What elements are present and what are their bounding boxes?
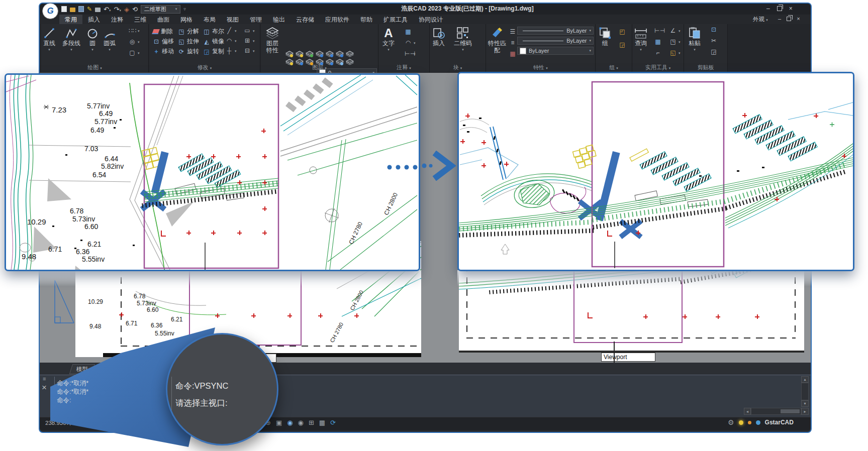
tab-help[interactable]: 帮助 <box>355 15 378 24</box>
tab-insert[interactable]: 插入 <box>82 15 106 24</box>
key-icon[interactable] <box>748 421 751 424</box>
redo-icon[interactable]: ↷▾ <box>114 6 121 13</box>
save-icon[interactable] <box>78 6 84 12</box>
group-button[interactable]: 组 <box>599 26 612 47</box>
tab-surface[interactable]: 曲面 <box>152 15 175 24</box>
modify-more-6[interactable]: ⊟▾ <box>244 47 255 54</box>
brand-label[interactable]: GstarCAD <box>765 419 794 426</box>
lineweight-list-icon[interactable]: ☰ <box>509 28 516 35</box>
tab-home[interactable]: 常用 <box>59 15 82 24</box>
print-icon[interactable] <box>95 8 101 12</box>
leader-button[interactable]: ◠▾ <box>405 39 416 46</box>
layer-state-icon[interactable] <box>345 50 354 58</box>
copy-clip-icon[interactable]: ⊡ <box>710 26 717 33</box>
minimize-button[interactable]: – <box>766 5 770 12</box>
annotation-visibility-icon[interactable]: ◉ <box>298 419 304 426</box>
color-grid-icon[interactable]: ▦ <box>509 50 516 57</box>
tab-cloud[interactable]: 云存储 <box>291 15 320 24</box>
inquiry-button[interactable]: 查询▾ <box>634 26 647 52</box>
scroll-down-button[interactable]: ▾ <box>801 400 809 407</box>
panel-label-annotate[interactable]: 注释 ▾ <box>378 64 429 71</box>
layer-properties-button[interactable]: 图层特性 <box>264 26 281 54</box>
lineweight-dropdown[interactable]: ByLayer▾ <box>517 27 594 35</box>
erase-button[interactable]: 删除 <box>153 27 173 36</box>
layer-state-icon[interactable] <box>325 50 334 58</box>
tab-annotate[interactable]: 注释 <box>106 15 129 24</box>
qrcode-button[interactable]: 二维码▾ <box>454 26 472 52</box>
panel-label-layer[interactable]: 图层 ▾ <box>261 64 378 71</box>
tab-3d[interactable]: 三维 <box>129 15 152 24</box>
color-dropdown[interactable]: ByLayer▾ <box>517 47 594 55</box>
tab-apps[interactable]: 应用软件 <box>320 15 355 24</box>
tab-view[interactable]: 视图 <box>221 15 244 24</box>
insert-block-button[interactable]: 插入 <box>432 26 445 47</box>
arc-button[interactable]: 圆弧▾ <box>104 26 116 52</box>
select-icon[interactable]: ◱▾ <box>669 49 681 56</box>
table-icon[interactable]: ▦ <box>319 419 325 426</box>
layer-state-icon[interactable] <box>295 50 304 58</box>
scroll-right-button[interactable]: ▸ <box>801 408 809 415</box>
tab-collab[interactable]: 协同设计 <box>413 15 448 24</box>
gstarcad-logo-icon[interactable]: G <box>42 3 58 19</box>
area-icon[interactable]: ⌐ <box>654 49 661 56</box>
angle-icon[interactable]: ∠▾ <box>669 27 681 34</box>
bulb-icon[interactable] <box>739 420 743 425</box>
layers-cube-icon[interactable]: ◈ <box>124 6 129 13</box>
appearance-menu[interactable]: 外观 ▾ <box>753 16 768 23</box>
grid-display-icon[interactable]: ⊞ <box>309 419 314 426</box>
rotate-button[interactable]: ⟳旋转 <box>178 47 199 56</box>
linetype-list-icon[interactable]: ≡ <box>509 39 516 46</box>
tab-express[interactable]: 扩展工具 <box>378 15 413 24</box>
doc-minimize-button[interactable]: – <box>778 16 781 22</box>
line-button[interactable]: 直线▾ <box>43 26 55 52</box>
draw-more-points[interactable]: ∷∷▾ <box>129 27 140 34</box>
panel-label-properties[interactable]: 特性 ▾ <box>486 64 595 71</box>
restore-button[interactable] <box>777 6 782 11</box>
scroll-up-button[interactable]: ▴ <box>801 376 809 383</box>
ungroup-icon[interactable]: ◲ <box>619 41 626 48</box>
undo-icon[interactable]: ↶▾ <box>104 6 111 13</box>
modify-more-2[interactable]: ◠▾ <box>226 37 237 44</box>
boolean-button[interactable]: ◫布尔 <box>203 27 224 36</box>
copy-button[interactable]: ◲复制 <box>203 47 224 56</box>
scroll-left-button[interactable]: ◂ <box>744 408 751 415</box>
command-prompt[interactable]: 命令: <box>57 396 71 405</box>
refresh-status-icon[interactable]: ⟳ <box>330 419 336 426</box>
stretch-button[interactable]: ◱拉伸 <box>178 37 199 46</box>
command-grip-icon[interactable]: ≡ <box>43 376 46 382</box>
paste-button[interactable]: 粘贴▾ <box>688 26 701 52</box>
modify-more-1[interactable]: ╱▾ <box>226 27 237 34</box>
circle-button[interactable]: 圆▾ <box>86 26 99 52</box>
mirror-button[interactable]: ◭镜像 <box>203 37 224 46</box>
command-close-icon[interactable]: × <box>42 383 47 393</box>
offset-button[interactable]: ⊡偏移 <box>153 37 174 46</box>
scrollbar-thumb[interactable] <box>781 409 800 413</box>
cut-icon[interactable]: ✂ <box>710 37 717 44</box>
vertical-scrollbar-track[interactable] <box>801 383 809 400</box>
draw-more-rect[interactable]: ▢▾ <box>129 49 140 56</box>
polyline-button[interactable]: 多段线▾ <box>62 26 80 52</box>
panel-label-group[interactable]: 组 ▾ <box>596 64 632 71</box>
dimension-button[interactable]: ⊢⊣▾ <box>405 50 416 57</box>
explode-button[interactable]: ◳分解 <box>178 27 199 36</box>
workspace-select[interactable]: 二维草图▾ <box>141 5 181 14</box>
panel-label-modify[interactable]: 修改 ▾ <box>149 64 260 71</box>
modify-more-4[interactable]: ▭▾ <box>244 27 255 34</box>
layer-state-icon[interactable] <box>335 50 344 58</box>
copy-base-icon[interactable]: ◲ <box>710 48 717 55</box>
doc-restore-button[interactable] <box>787 17 791 21</box>
panel-label-utilities[interactable]: 实用工具 ▾ <box>632 64 684 71</box>
workspace-pin-icon[interactable]: ▿ <box>183 7 186 12</box>
refresh-icon[interactable]: ⟲ <box>132 6 138 13</box>
modify-more-5[interactable]: ⊞▾ <box>244 37 255 44</box>
annotation-scale-icon[interactable]: ◉ <box>287 419 293 426</box>
id-point-icon[interactable]: ◳▾ <box>669 38 681 45</box>
tab-manage[interactable]: 管理 <box>244 15 267 24</box>
layer-state-icon[interactable] <box>315 50 324 58</box>
group-edit-icon[interactable]: ◰ <box>619 28 626 35</box>
panel-label-draw[interactable]: 绘图 ▾ <box>41 64 148 71</box>
text-button[interactable]: A 文字▾ <box>382 26 395 52</box>
doc-close-button[interactable]: × <box>797 16 800 22</box>
linetype-dropdown[interactable]: ByLayer▾ <box>517 37 594 45</box>
new-file-icon[interactable] <box>61 6 67 12</box>
